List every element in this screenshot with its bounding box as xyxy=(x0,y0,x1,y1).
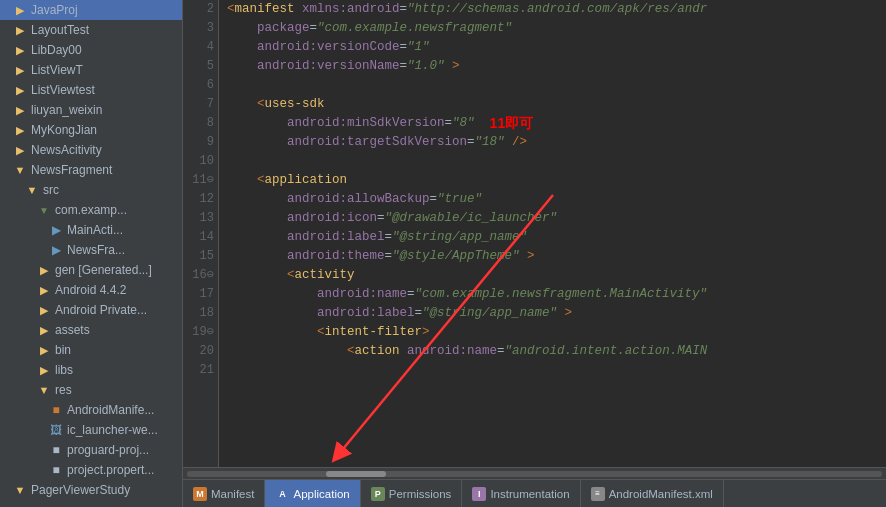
sidebar-item-label: JavaProj xyxy=(31,3,78,17)
sidebar-item-label: PagerViewerStudy xyxy=(31,483,130,497)
line-numbers: 2 3 4 5 6 7 8 9 10 11⊖ 12 13 14 15 16⊖ 1… xyxy=(183,0,219,467)
xml-file-icon: ≡ xyxy=(591,487,605,501)
code-area[interactable]: 2 3 4 5 6 7 8 9 10 11⊖ 12 13 14 15 16⊖ 1… xyxy=(183,0,886,467)
sidebar-item-mykongjian[interactable]: ▶ MyKongJian xyxy=(0,120,182,140)
sidebar-item-bin[interactable]: ▶ bin xyxy=(0,340,182,360)
code-line-16: <activity xyxy=(227,266,878,285)
code-line-20: <action android:name="android.intent.act… xyxy=(227,342,878,361)
sidebar-item-label: bin xyxy=(55,343,71,357)
sidebar-item-label: NewsFra... xyxy=(67,243,125,257)
code-line-10 xyxy=(227,152,878,171)
sidebar-item-mainacti[interactable]: ▶ MainActi... xyxy=(0,220,182,240)
sidebar-item-javaproj[interactable]: ▶ JavaProj xyxy=(0,0,182,20)
folder-icon: ▶ xyxy=(36,322,52,338)
code-line-14: android:label="@string/app_name" xyxy=(227,228,878,247)
tab-application-label: Application xyxy=(293,488,349,500)
sidebar-item-label: proguard-proj... xyxy=(67,443,149,457)
sidebar-item-android-private[interactable]: ▶ Android Private... xyxy=(0,300,182,320)
tab-xml-label: AndroidManifest.xml xyxy=(609,488,713,500)
code-line-5: android:versionName="1.0" > xyxy=(227,57,878,76)
code-line-8: android:minSdkVersion="8" 11即可 xyxy=(227,114,878,133)
sidebar-item-android442[interactable]: ▶ Android 4.4.2 xyxy=(0,280,182,300)
tab-application[interactable]: A Application xyxy=(265,480,360,507)
sidebar: ▶ JavaProj ▶ LayoutTest ▶ LibDay00 ▶ Lis… xyxy=(0,0,183,507)
annotation-text: 11即可 xyxy=(490,114,534,133)
sidebar-item-label: assets xyxy=(55,323,90,337)
folder-icon: ▶ xyxy=(12,142,28,158)
sidebar-item-proguard[interactable]: ■ proguard-proj... xyxy=(0,440,182,460)
file-icon: ▶ xyxy=(48,222,64,238)
sidebar-item-label: LibDay00 xyxy=(31,43,82,57)
tab-androidmanifest-xml[interactable]: ≡ AndroidManifest.xml xyxy=(581,480,724,507)
folder-icon: ▶ xyxy=(12,22,28,38)
bottom-tabs: M Manifest A Application P Permissions I… xyxy=(183,479,886,507)
folder-icon: ▶ xyxy=(36,262,52,278)
folder-icon: ▶ xyxy=(12,62,28,78)
file-icon: ▶ xyxy=(48,242,64,258)
permissions-icon: P xyxy=(371,487,385,501)
code-line-3: package="com.example.newsfragment" xyxy=(227,19,878,38)
scrollbar-track[interactable] xyxy=(187,471,882,477)
sidebar-item-label: Android Private... xyxy=(55,303,147,317)
code-content[interactable]: <manifest xmlns:android="http://schemas.… xyxy=(219,0,886,467)
sidebar-item-label: src xyxy=(43,183,59,197)
folder-icon: ▶ xyxy=(12,122,28,138)
folder-icon: ▼ xyxy=(12,482,28,498)
folder-icon: ▶ xyxy=(12,102,28,118)
file-icon: ■ xyxy=(48,402,64,418)
tab-manifest[interactable]: M Manifest xyxy=(183,480,265,507)
folder-icon: ▼ xyxy=(12,162,28,178)
sidebar-item-pagerviwer[interactable]: ▼ PagerViewerStudy xyxy=(0,480,182,500)
sidebar-item-ic-launcher[interactable]: 🖼 ic_launcher-we... xyxy=(0,420,182,440)
tab-permissions[interactable]: P Permissions xyxy=(361,480,463,507)
code-line-19: <intent-filter> xyxy=(227,323,878,342)
horizontal-scrollbar[interactable] xyxy=(183,467,886,479)
tab-instrumentation-label: Instrumentation xyxy=(490,488,569,500)
sidebar-item-label: MyKongJian xyxy=(31,123,97,137)
sidebar-item-newsfragment[interactable]: ▼ NewsFragment xyxy=(0,160,182,180)
code-line-13: android:icon="@drawable/ic_launcher" xyxy=(227,209,878,228)
sidebar-item-libday00[interactable]: ▶ LibDay00 xyxy=(0,40,182,60)
sidebar-item-gen[interactable]: ▶ gen [Generated...] xyxy=(0,260,182,280)
manifest-icon: M xyxy=(193,487,207,501)
application-icon: A xyxy=(275,487,289,501)
sidebar-item-res[interactable]: ▼ res xyxy=(0,380,182,400)
sidebar-item-com-example[interactable]: ▼ com.examp... xyxy=(0,200,182,220)
sidebar-item-label: AndroidManife... xyxy=(67,403,154,417)
sidebar-item-project-prop[interactable]: ■ project.propert... xyxy=(0,460,182,480)
sidebar-item-label: NewsAcitivity xyxy=(31,143,102,157)
sidebar-item-assets[interactable]: ▶ assets xyxy=(0,320,182,340)
folder-icon: ▼ xyxy=(36,382,52,398)
tab-instrumentation[interactable]: I Instrumentation xyxy=(462,480,580,507)
folder-icon: ▶ xyxy=(12,42,28,58)
tab-permissions-label: Permissions xyxy=(389,488,452,500)
instrumentation-icon: I xyxy=(472,487,486,501)
scrollbar-thumb[interactable] xyxy=(326,471,386,477)
code-line-21 xyxy=(227,361,878,380)
folder-icon: ▶ xyxy=(36,282,52,298)
package-icon: ▼ xyxy=(36,202,52,218)
sidebar-item-listviewt[interactable]: ▶ ListViewT xyxy=(0,60,182,80)
sidebar-item-layouttest[interactable]: ▶ LayoutTest xyxy=(0,20,182,40)
code-line-4: android:versionCode="1" xyxy=(227,38,878,57)
code-line-2: <manifest xmlns:android="http://schemas.… xyxy=(227,0,878,19)
sidebar-item-androidmanifest[interactable]: ■ AndroidManife... xyxy=(0,400,182,420)
sidebar-item-newsfra[interactable]: ▶ NewsFra... xyxy=(0,240,182,260)
sidebar-item-src[interactable]: ▼ src xyxy=(0,180,182,200)
folder-icon: ▶ xyxy=(36,362,52,378)
sidebar-item-libs[interactable]: ▶ libs xyxy=(0,360,182,380)
sidebar-item-liuyan[interactable]: ▶ liuyan_weixin xyxy=(0,100,182,120)
sidebar-item-label: project.propert... xyxy=(67,463,154,477)
code-line-17: android:name="com.example.newsfragment.M… xyxy=(227,285,878,304)
code-line-11: <application xyxy=(227,171,878,190)
folder-icon: ▶ xyxy=(36,302,52,318)
sidebar-item-label: Android 4.4.2 xyxy=(55,283,126,297)
tab-manifest-label: Manifest xyxy=(211,488,254,500)
sidebar-item-label: res xyxy=(55,383,72,397)
sidebar-item-label: LayoutTest xyxy=(31,23,89,37)
sidebar-item-listviewtest[interactable]: ▶ ListViewtest xyxy=(0,80,182,100)
folder-icon: ▼ xyxy=(24,182,40,198)
sidebar-item-newsacitivity[interactable]: ▶ NewsAcitivity xyxy=(0,140,182,160)
code-line-18: android:label="@string/app_name" > xyxy=(227,304,878,323)
main-editor: 2 3 4 5 6 7 8 9 10 11⊖ 12 13 14 15 16⊖ 1… xyxy=(183,0,886,507)
